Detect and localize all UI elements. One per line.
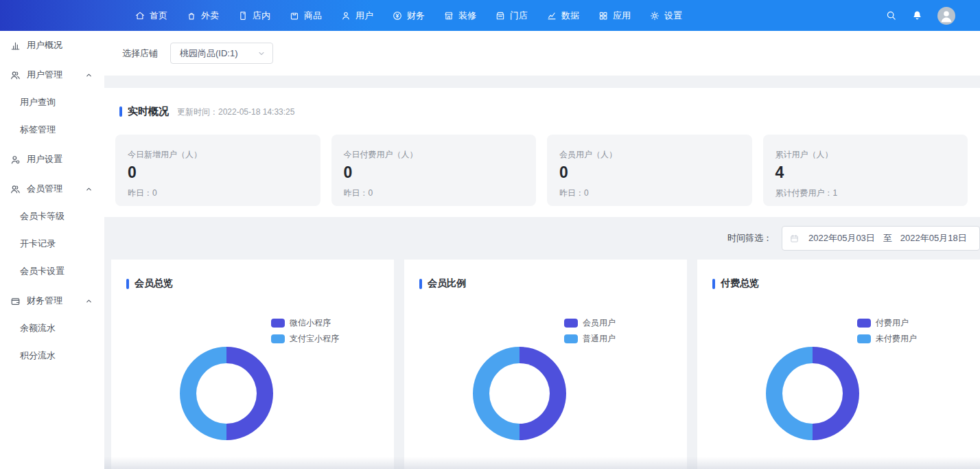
search-icon[interactable] bbox=[885, 10, 897, 21]
date-range-picker[interactable]: 2022年05月03日 至 2022年05月18日 bbox=[782, 226, 980, 251]
nav-item-label: 数据 bbox=[561, 10, 579, 22]
sidebar-group-finance-management[interactable]: 财务管理 bbox=[0, 287, 104, 314]
top-nav: 首页 外卖 店内 商品 用户 财务 装修 门店 bbox=[0, 0, 980, 31]
nav-item-home[interactable]: 首页 bbox=[135, 10, 167, 22]
section-accent-bar bbox=[126, 279, 129, 289]
sidebar-item-user-overview[interactable]: 用户概况 bbox=[0, 32, 104, 59]
donut-chart-payment-overview bbox=[766, 347, 859, 440]
legend-swatch bbox=[857, 319, 871, 328]
legend-swatch bbox=[271, 319, 285, 328]
store-select-dropdown[interactable]: 桃园尚品(ID:1) bbox=[170, 43, 273, 64]
legend-label: 微信小程序 bbox=[290, 317, 331, 329]
stat-card-total-users: 累计用户（人） 4 累计付费用户：1 bbox=[763, 135, 968, 206]
nav-item-takeout[interactable]: 外卖 bbox=[186, 10, 219, 22]
sidebar-item-balance-flow[interactable]: 余额流水 bbox=[0, 314, 104, 342]
nav-item-apps[interactable]: 应用 bbox=[598, 10, 631, 22]
users-icon bbox=[10, 69, 21, 81]
sidebar-item-card-open-records[interactable]: 开卡记录 bbox=[0, 230, 104, 258]
nav-item-label: 财务 bbox=[407, 10, 425, 22]
legend-item[interactable]: 付费用户 bbox=[857, 317, 917, 329]
user-avatar[interactable] bbox=[937, 7, 955, 25]
top-nav-items: 首页 外卖 店内 商品 用户 财务 装修 门店 bbox=[135, 10, 682, 22]
legend-item[interactable]: 未付费用户 bbox=[857, 333, 917, 345]
bar-chart-icon bbox=[10, 40, 21, 52]
legend-item[interactable]: 普通用户 bbox=[564, 333, 616, 345]
store-icon bbox=[495, 10, 506, 21]
stat-label: 今日新增用户（人） bbox=[128, 149, 320, 161]
nav-item-label: 门店 bbox=[510, 10, 528, 22]
chart-legend: 会员用户 普通用户 bbox=[564, 317, 616, 345]
wallet-icon bbox=[10, 295, 21, 307]
legend-label: 付费用户 bbox=[876, 317, 909, 329]
users-icon bbox=[10, 183, 21, 195]
stat-value: 4 bbox=[775, 164, 968, 181]
sidebar-item-member-card-level[interactable]: 会员卡等级 bbox=[0, 203, 104, 230]
legend-item[interactable]: 支付宝小程序 bbox=[271, 333, 339, 345]
nav-item-in-store[interactable]: 店内 bbox=[237, 10, 270, 22]
sidebar-group-member-management[interactable]: 会员管理 bbox=[0, 175, 104, 203]
sidebar: 用户概况 用户管理 用户查询 标签管理 用户设置 会员管理 会员卡等级 开卡记录… bbox=[0, 31, 104, 469]
chart-title: 付费总览 bbox=[721, 277, 759, 290]
sidebar-item-label: 积分流水 bbox=[20, 350, 56, 362]
user-icon bbox=[340, 10, 351, 21]
store-select-card: 选择店铺 桃园尚品(ID:1) bbox=[104, 31, 980, 76]
nav-item-settings[interactable]: 设置 bbox=[649, 10, 682, 22]
nav-item-label: 用户 bbox=[355, 10, 373, 22]
finance-icon bbox=[392, 10, 403, 21]
sidebar-item-user-query[interactable]: 用户查询 bbox=[0, 89, 104, 116]
nav-item-finance[interactable]: 财务 bbox=[392, 10, 425, 22]
stat-sub: 累计付费用户：1 bbox=[775, 187, 968, 199]
nav-item-store[interactable]: 门店 bbox=[495, 10, 528, 22]
stats-row: 今日新增用户（人） 0 昨日：0 今日付费用户（人） 0 昨日：0 会员用户（人… bbox=[115, 135, 968, 206]
store-select-label: 选择店铺 bbox=[122, 47, 158, 60]
nav-item-decorate[interactable]: 装修 bbox=[443, 10, 476, 22]
legend-swatch bbox=[271, 334, 285, 343]
sidebar-group-label: 财务管理 bbox=[27, 295, 62, 307]
notification-bell-icon[interactable] bbox=[911, 10, 923, 21]
store-select-value: 桃园尚品(ID:1) bbox=[180, 47, 238, 60]
nav-item-label: 应用 bbox=[613, 10, 631, 22]
stat-sub: 昨日：0 bbox=[559, 187, 752, 199]
sidebar-item-label: 会员卡等级 bbox=[20, 210, 65, 222]
data-chart-icon bbox=[546, 10, 557, 21]
stat-value: 0 bbox=[559, 164, 752, 181]
realtime-title: 实时概况 bbox=[128, 105, 169, 118]
sidebar-group-user-management[interactable]: 用户管理 bbox=[0, 61, 104, 89]
sidebar-item-tag-management[interactable]: 标签管理 bbox=[0, 116, 104, 144]
chevron-up-icon bbox=[85, 297, 93, 305]
nav-item-label: 外卖 bbox=[201, 10, 219, 22]
sidebar-item-member-card-settings[interactable]: 会员卡设置 bbox=[0, 258, 104, 285]
chart-title: 会员比例 bbox=[428, 277, 466, 290]
takeout-icon bbox=[186, 10, 197, 21]
time-filter-label: 时间筛选： bbox=[727, 232, 772, 244]
legend-item[interactable]: 微信小程序 bbox=[271, 317, 339, 329]
apps-icon bbox=[598, 10, 609, 21]
sidebar-group-label: 会员管理 bbox=[27, 183, 62, 195]
nav-item-data[interactable]: 数据 bbox=[546, 10, 579, 22]
stat-sub: 昨日：0 bbox=[344, 187, 537, 199]
sidebar-item-label: 用户设置 bbox=[27, 153, 62, 165]
sidebar-item-user-settings[interactable]: 用户设置 bbox=[0, 146, 104, 173]
chevron-up-icon bbox=[85, 71, 93, 79]
decorate-icon bbox=[443, 10, 454, 21]
date-range-end: 2022年05月18日 bbox=[900, 232, 967, 244]
realtime-overview-card: 实时概况 更新时间：2022-05-18 14:33:25 今日新增用户（人） … bbox=[104, 88, 980, 217]
nav-item-label: 首页 bbox=[150, 10, 167, 22]
date-range-separator: 至 bbox=[883, 232, 892, 244]
sidebar-item-points-flow[interactable]: 积分流水 bbox=[0, 342, 104, 369]
stat-label: 会员用户（人） bbox=[559, 149, 752, 161]
legend-item[interactable]: 会员用户 bbox=[564, 317, 616, 329]
sidebar-item-label: 余额流水 bbox=[20, 322, 56, 334]
chevron-down-icon bbox=[257, 49, 266, 58]
chart-legend: 付费用户 未付费用户 bbox=[857, 317, 917, 345]
stat-value: 0 bbox=[344, 164, 537, 181]
home-icon bbox=[135, 10, 145, 21]
nav-item-goods[interactable]: 商品 bbox=[289, 10, 322, 22]
calendar-icon bbox=[789, 233, 800, 244]
legend-label: 支付宝小程序 bbox=[290, 333, 339, 345]
sidebar-item-label: 用户概况 bbox=[27, 39, 62, 52]
sidebar-group-label: 用户管理 bbox=[27, 69, 62, 81]
main-content: 选择店铺 桃园尚品(ID:1) 实时概况 更新时间：2022-05-18 14:… bbox=[104, 31, 980, 469]
nav-item-user[interactable]: 用户 bbox=[340, 10, 373, 22]
chart-legend: 微信小程序 支付宝小程序 bbox=[271, 317, 339, 345]
